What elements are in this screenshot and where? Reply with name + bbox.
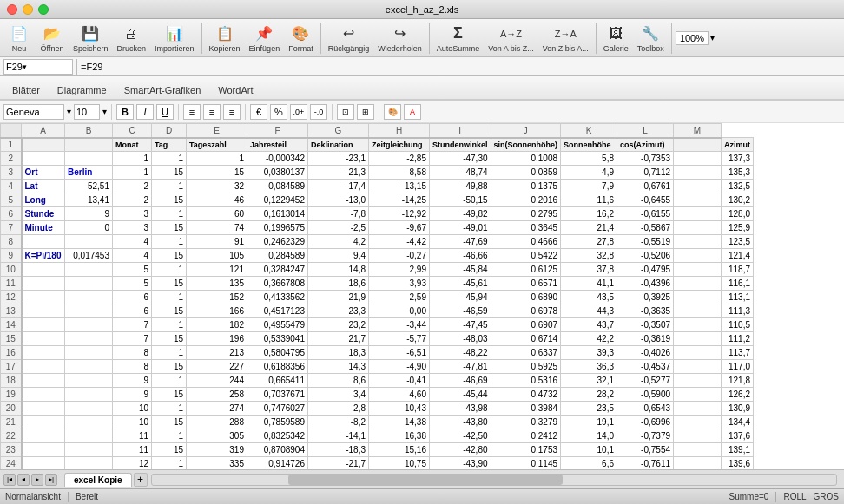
cell[interactable]: 2,99	[369, 263, 430, 277]
cell[interactable]: 213	[187, 346, 247, 360]
cell[interactable]: -0,7379	[617, 429, 674, 443]
row-header-14[interactable]: 14	[1, 318, 22, 332]
cell[interactable]: 15,16	[369, 443, 430, 457]
cell[interactable]: -42,80	[430, 443, 491, 457]
cell[interactable]: 14,38	[369, 416, 430, 429]
zoom-dropdown[interactable]: ▾	[710, 33, 715, 43]
row-header-3[interactable]: 3	[1, 166, 22, 180]
blaetter-tab[interactable]: Blätter	[3, 82, 49, 99]
diagramme-tab[interactable]: Diagramme	[49, 82, 115, 99]
cell[interactable]: 43,5	[561, 291, 617, 304]
cell[interactable]: 91	[187, 235, 247, 249]
cell[interactable]: 166	[187, 304, 247, 318]
cell[interactable]: 3	[113, 207, 152, 221]
cell[interactable]: 0,3279	[491, 416, 561, 429]
row-header-22[interactable]: 22	[1, 429, 22, 443]
cell[interactable]: 16,2	[561, 207, 617, 221]
cell[interactable]: -12,92	[369, 207, 430, 221]
toolbox-button[interactable]: 🔧 Toolbox	[634, 22, 668, 55]
cell[interactable]: 0,6125	[491, 263, 561, 277]
cell[interactable]: 134,4	[722, 416, 754, 429]
sheet-first-button[interactable]: |◂	[3, 474, 16, 486]
cell[interactable]	[674, 429, 722, 443]
cell[interactable]: 0,1753	[491, 443, 561, 457]
cell[interactable]: 41,1	[561, 277, 617, 291]
cell[interactable]: -49,88	[430, 180, 491, 193]
font-size-input[interactable]	[74, 104, 100, 120]
cell[interactable]: 0,4955479	[247, 318, 308, 332]
cell[interactable]: 36,3	[561, 360, 617, 374]
cell[interactable]: -2,85	[369, 152, 430, 166]
cell[interactable]: 15	[187, 166, 247, 180]
cell[interactable]: 0,3984	[491, 402, 561, 416]
col-header-D[interactable]: D	[152, 124, 187, 138]
cell[interactable]: -3,44	[369, 318, 430, 332]
cell[interactable]: -0,3925	[617, 291, 674, 304]
cell[interactable]: 23,5	[561, 402, 617, 416]
cell[interactable]: 3	[113, 221, 152, 235]
cell[interactable]: Sonnenhöhe	[561, 138, 617, 152]
cell[interactable]: 121,8	[722, 374, 754, 388]
cell[interactable]: 0,914726	[247, 457, 308, 470]
cell[interactable]: 1	[152, 374, 187, 388]
cell[interactable]: 0,4666	[491, 235, 561, 249]
formula-input[interactable]	[81, 59, 841, 75]
cell[interactable]	[674, 138, 722, 152]
cell[interactable]	[674, 221, 722, 235]
cell[interactable]: -45,44	[430, 388, 491, 402]
new-button[interactable]: 📄 Neu	[3, 22, 35, 55]
cell[interactable]: K=Pi/180	[22, 249, 65, 263]
cell[interactable]: 0,5339041	[247, 332, 308, 346]
cell[interactable]: -0,5900	[617, 388, 674, 402]
cell[interactable]	[65, 388, 113, 402]
row-header-19[interactable]: 19	[1, 388, 22, 402]
cell[interactable]: 0,2462329	[247, 235, 308, 249]
cell[interactable]: -48,74	[430, 166, 491, 180]
col-header-E[interactable]: E	[187, 124, 247, 138]
cell[interactable]: 0,5925	[491, 360, 561, 374]
cell[interactable]: 21,7	[308, 332, 369, 346]
cell[interactable]: 7	[113, 332, 152, 346]
cell[interactable]	[65, 138, 113, 152]
row-header-10[interactable]: 10	[1, 263, 22, 277]
cell[interactable]: 111,3	[722, 304, 754, 318]
cell[interactable]: 121,4	[722, 249, 754, 263]
cell[interactable]: 288	[187, 416, 247, 429]
cell[interactable]: 1	[113, 152, 152, 166]
cell[interactable]: 0,017453	[65, 249, 113, 263]
open-button[interactable]: 📂 Öffnen	[36, 22, 68, 55]
cell[interactable]	[22, 416, 65, 429]
cell[interactable]	[22, 291, 65, 304]
cell[interactable]	[65, 332, 113, 346]
cell[interactable]: -48,22	[430, 346, 491, 360]
cell[interactable]: -0,6996	[617, 416, 674, 429]
cell[interactable]	[22, 332, 65, 346]
cell[interactable]	[674, 318, 722, 332]
cell[interactable]: 1	[152, 263, 187, 277]
cell[interactable]	[674, 332, 722, 346]
cell[interactable]: Jahresteil	[247, 138, 308, 152]
cell[interactable]: 2	[113, 193, 152, 207]
cell[interactable]	[22, 277, 65, 291]
cell[interactable]: 0,6188356	[247, 360, 308, 374]
cell[interactable]	[22, 374, 65, 388]
cell[interactable]: 11,6	[561, 193, 617, 207]
cell[interactable]: 10	[113, 402, 152, 416]
cell[interactable]: 130,9	[722, 402, 754, 416]
cell[interactable]: 1	[152, 457, 187, 470]
percent-button[interactable]: %	[270, 104, 287, 120]
cell[interactable]	[22, 457, 65, 470]
cell[interactable]: -0,7353	[617, 152, 674, 166]
row-header-1[interactable]: 1	[1, 138, 22, 152]
cell[interactable]: 4	[113, 249, 152, 263]
cell[interactable]: 305	[187, 429, 247, 443]
cell[interactable]: 0,7859589	[247, 416, 308, 429]
cell[interactable]: 139,1	[722, 443, 754, 457]
cell[interactable]: -43,80	[430, 416, 491, 429]
cell[interactable]: 37,8	[561, 263, 617, 277]
cell[interactable]: -7,8	[308, 207, 369, 221]
cell[interactable]: -18,3	[308, 443, 369, 457]
cell[interactable]	[65, 346, 113, 360]
cell[interactable]: 130,2	[722, 193, 754, 207]
font-name-input[interactable]	[3, 104, 64, 120]
